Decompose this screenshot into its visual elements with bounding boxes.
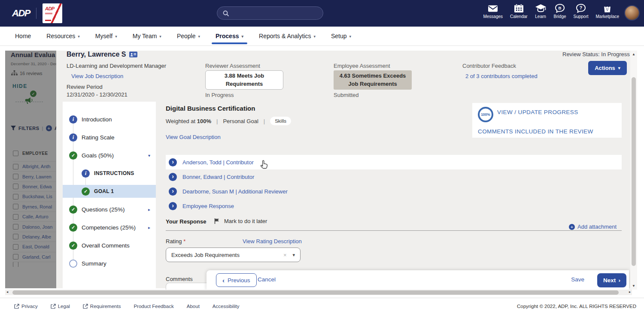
chevron-down-icon: ▾ (349, 34, 352, 39)
contributor-label: Employee Response (182, 203, 234, 209)
product-feedback-link[interactable]: Product Feedback (134, 304, 173, 309)
about-link[interactable]: About (187, 304, 200, 309)
goal-title: Digital Business Certification (166, 105, 255, 112)
progress-ring: 100% (478, 107, 493, 122)
calendar-button[interactable]: Calendar (510, 4, 528, 19)
step-goals[interactable]: ✓ Goals (50%) ▾ (63, 149, 156, 162)
view-rating-description-link[interactable]: View Rating Description (243, 238, 302, 245)
nav-home[interactable]: Home (15, 27, 31, 46)
chevron-right-icon[interactable]: ▸ (148, 225, 150, 230)
app-header: ADP ADP Messages Calendar Learn (0, 0, 644, 27)
nav-setup[interactable]: Setup▾ (331, 27, 351, 46)
horizontal-scrollbar[interactable]: ◂ ▸ (5, 290, 632, 295)
step-overall-comments[interactable]: ✓ Overall Comments (63, 239, 156, 252)
next-button[interactable]: Next › (597, 273, 626, 287)
vertical-scrollbar[interactable]: ▲ ▼ (630, 51, 637, 290)
marketplace-button[interactable]: Marketplace (596, 4, 619, 19)
step-goal-1-active[interactable]: ✓ GOAL 1 (63, 185, 156, 198)
legal-link[interactable]: Legal (51, 304, 70, 309)
scroll-up-arrow[interactable]: ▲ (630, 52, 637, 56)
svg-text:?: ? (580, 5, 582, 10)
scroll-left-arrow[interactable]: ◂ (6, 290, 8, 294)
nav-myself[interactable]: Myself▾ (95, 27, 117, 46)
chevron-down-icon: ▾ (115, 34, 117, 39)
chevron-right-icon: › (618, 277, 620, 284)
step-summary[interactable]: Summary (63, 257, 156, 270)
horizontal-scroll-thumb[interactable] (12, 290, 619, 295)
chevron-down-icon[interactable]: ▾ (292, 252, 295, 258)
goal-category: Personal Goal (223, 118, 258, 124)
step-competencies[interactable]: ✓ Competencies (25%) ▸ (63, 221, 156, 234)
view-update-progress-link[interactable]: VIEW / UPDATE PROGRESS (497, 109, 578, 115)
view-goal-description-link[interactable]: View Goal Description (166, 134, 221, 140)
bridge-button[interactable]: B Bridge (554, 4, 566, 19)
add-attachment-button[interactable]: + Add attachment (569, 223, 617, 230)
header-icon-group: Messages Calendar Learn B Bridge ? Suppo… (483, 4, 619, 19)
calendar-icon (514, 4, 524, 13)
cancel-button[interactable]: Cancel (258, 276, 276, 283)
search-input[interactable] (217, 6, 323, 20)
action-bar: ‹ Previous Cancel Save Next › (207, 270, 629, 290)
screen: ADP ADP Messages Calendar Learn (0, 0, 644, 314)
progress-card: 100% VIEW / UPDATE PROGRESS COMMENTS INC… (472, 103, 622, 138)
goal-meta-row: Weighted at 100% | Personal Goal | Skill… (166, 117, 291, 125)
nav-label: People (177, 33, 196, 39)
review-steps-panel: i Introduction i Rating Scale ✓ Goals (5… (63, 102, 156, 288)
step-questions[interactable]: ✓ Questions (25%) ▸ (63, 203, 156, 216)
reviewer-assessment-score: 3.88 Meets Job Requirements (205, 70, 283, 90)
separator: | (264, 118, 265, 124)
chat-bubble-b-icon: B (555, 4, 565, 13)
view-job-description-link[interactable]: View Job Description (71, 73, 123, 79)
save-button[interactable]: Save (571, 276, 584, 283)
employee-assessment-status: Submitted (334, 92, 359, 98)
nav-resources[interactable]: Resources▾ (46, 27, 79, 46)
id-card-icon[interactable] (129, 51, 137, 57)
step-introduction[interactable]: i Introduction (63, 113, 156, 126)
employee-assessment-label: Employee Assessment (334, 63, 390, 69)
scroll-down-arrow[interactable]: ▼ (630, 284, 637, 288)
contributor-row-dearborne[interactable]: › Dearborne, Susan M | Additional Review… (166, 184, 622, 199)
support-button[interactable]: ? Support (574, 4, 589, 19)
mark-to-do-later[interactable]: Mark to do it later (214, 218, 267, 224)
nav-my-team[interactable]: My Team▾ (133, 27, 161, 46)
user-avatar[interactable] (624, 5, 640, 21)
employee-name-heading: Berry, Lawrence S (67, 51, 137, 58)
messages-button[interactable]: Messages (483, 4, 503, 19)
chat-bubble-question-icon: ? (576, 4, 586, 13)
step-label: Questions (25%) (82, 206, 125, 213)
mark-later-label: Mark to do it later (224, 218, 267, 224)
icon-label: Bridge (554, 14, 566, 19)
nav-reports-analytics[interactable]: Reports & Analytics▾ (259, 27, 316, 46)
graduation-cap-icon (535, 4, 547, 13)
actions-button[interactable]: Actions ▾ (588, 61, 627, 75)
contributor-row-anderson[interactable]: › Anderson, Todd | Contributor (166, 155, 622, 169)
vertical-scroll-thumb[interactable] (632, 77, 636, 266)
nav-label: Resources (46, 33, 75, 39)
comments-included-link[interactable]: COMMENTS INCLUDED IN THE REVIEW (478, 128, 593, 135)
plus-circle-icon: + (569, 224, 575, 230)
chevron-right-icon[interactable]: ▸ (148, 207, 150, 212)
contributor-feedback-link[interactable]: 2 of 3 contributors completed (465, 73, 538, 79)
privacy-link[interactable]: Privacy (14, 304, 38, 309)
external-link-icon (83, 304, 88, 309)
nav-label: Myself (95, 33, 112, 39)
accessibility-link[interactable]: Accessibility (213, 304, 240, 309)
employee-response-row[interactable]: › Employee Response (166, 199, 622, 213)
icon-label: Calendar (510, 14, 528, 19)
step-rating-scale[interactable]: i Rating Scale (63, 131, 156, 144)
previous-button[interactable]: ‹ Previous (216, 273, 257, 287)
rating-select[interactable]: Exceeds Job Requirements × ▾ (166, 248, 301, 262)
contributor-row-bonner[interactable]: › Bonner, Edward | Contributor (166, 169, 622, 184)
requirements-link[interactable]: Requirements (83, 304, 121, 309)
chevron-down-icon[interactable]: ▾ (148, 153, 150, 158)
step-goals-instructions[interactable]: i INSTRUCTIONS (63, 167, 156, 180)
page-footer: Privacy Legal Requirements Product Feedb… (0, 298, 644, 314)
main-nav: Home Resources▾ Myself▾ My Team▾ People▾… (0, 27, 644, 46)
scroll-right-arrow[interactable]: ▸ (629, 290, 631, 294)
step-label: Introduction (82, 116, 112, 123)
nav-process[interactable]: Process▾ (216, 27, 243, 46)
learn-button[interactable]: Learn (535, 4, 547, 19)
chevron-right-circle-icon: › (169, 173, 177, 181)
clear-icon[interactable]: × (283, 252, 287, 258)
nav-people[interactable]: People▾ (177, 27, 200, 46)
